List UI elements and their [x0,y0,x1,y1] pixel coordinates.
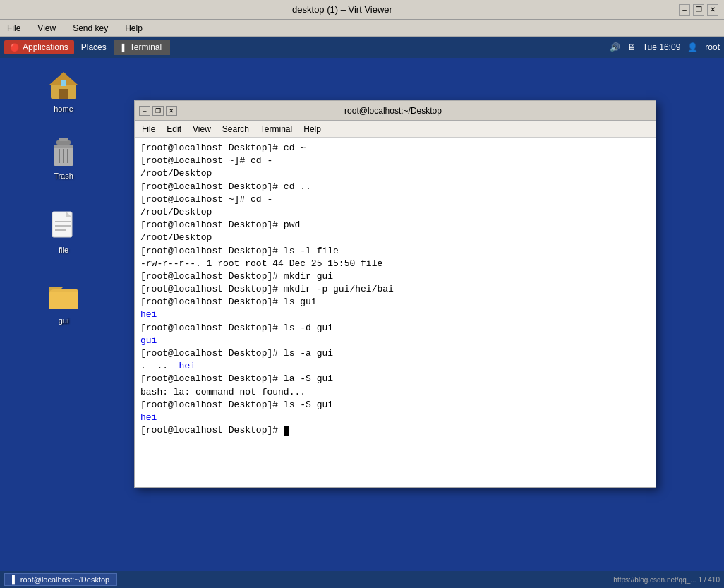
term-prompt-line: [root@localhost Desktop]# [140,424,650,437]
taskbar-right: https://blog.csdn.net/qq_... 1 / 410 [613,576,720,584]
host-menu-file[interactable]: File [3,22,25,35]
applications-button[interactable]: 🔴 Applications [4,40,74,54]
terminal-title-bar: – ❐ ✕ root@localhost:~/Desktop [135,101,656,121]
username: root [705,42,720,52]
terminal-menu-file[interactable]: File [138,123,159,136]
user-icon[interactable]: 👤 [687,42,698,52]
term-line-14: hei [140,308,650,321]
desktop-icon-trash[interactable]: Trash [35,132,92,183]
svg-rect-2 [59,89,68,99]
desktop-icon-gui[interactable]: gui [35,277,92,328]
term-line-7: [root@localhost Desktop]# pwd [140,219,650,232]
term-line-11: [root@localhost Desktop]# mkdir gui [140,270,650,283]
term-line-13: [root@localhost Desktop]# ls gui [140,296,650,308]
term-line-2: [root@localhost ~]# cd - [140,155,650,167]
gui-icon-label: gui [59,316,69,325]
title-bar: desktop (1) – Virt Viewer – ❐ ✕ [0,0,724,20]
terminal-menu-help[interactable]: Help [299,123,325,136]
term-line-8: /root/Desktop [140,232,650,244]
term-line-6: /root/Desktop [140,206,650,219]
home-icon-label: home [54,104,73,113]
desktop: home Trash file [0,58,724,571]
places-button[interactable]: Places [76,40,112,54]
terminal-menu-terminal[interactable]: Terminal [256,123,296,136]
gnome-right-items: 🔊 🖥 Tue 16:09 👤 root [610,42,720,52]
term-line-3: /root/Desktop [140,167,650,180]
terminal-body[interactable]: [root@localhost Desktop]# cd ~ [root@loc… [135,138,656,487]
volume-icon[interactable]: 🔊 [610,42,620,52]
display-icon[interactable]: 🖥 [627,42,636,52]
places-label: Places [81,42,107,52]
term-line-20: bash: la: command not found... [140,386,650,399]
terminal-restore-button[interactable]: ❐ [152,106,164,116]
trash-icon-label: Trash [54,172,73,180]
window-controls: – ❐ ✕ [679,4,718,16]
minimize-button[interactable]: – [679,4,690,16]
term-line-5: [root@localhost ~]# cd - [140,193,650,206]
term-line-22: hei [140,412,650,424]
terminal-menu-edit[interactable]: Edit [162,123,186,136]
window-title: desktop (1) – Virt Viewer [6,4,679,15]
term-line-19: [root@localhost Desktop]# la -S gui [140,373,650,385]
terminal-title: root@localhost:~/Desktop [177,106,609,116]
taskbar: ▌ root@localhost:~/Desktop https://blog.… [0,571,724,588]
term-line-1: [root@localhost Desktop]# cd ~ [140,142,650,155]
taskbar-left: ▌ root@localhost:~/Desktop [4,573,117,586]
term-line-17: [root@localhost Desktop]# ls -a gui [140,347,650,360]
term-line-10: -rw-r--r--. 1 root root 44 Dec 25 15:50 … [140,258,650,270]
taskbar-terminal-icon: ▌ [12,575,18,584]
file-icon [47,209,80,243]
term-line-21: [root@localhost Desktop]# ls -S gui [140,399,650,412]
terminal-close-button[interactable]: ✕ [166,106,177,116]
terminal-controls: – ❐ ✕ [139,106,177,116]
gui-icon [47,280,80,313]
gnome-top-bar: 🔴 Applications Places ▌ Terminal 🔊 🖥 Tue… [0,37,724,58]
clock: Tue 16:09 [643,42,681,52]
svg-rect-18 [49,292,78,309]
terminal-menu-view[interactable]: View [188,123,215,136]
term-line-18: . .. hei [140,360,650,373]
trash-icon [47,135,80,169]
taskbar-terminal-label: root@localhost:~/Desktop [20,575,109,584]
taskbar-watermark: https://blog.csdn.net/qq_... 1 / 410 [613,576,720,584]
applications-label: Applications [23,42,68,52]
host-menu-bar: File View Send key Help [0,20,724,37]
term-line-12: [root@localhost Desktop]# mkdir -p gui/h… [140,283,650,296]
desktop-icon-home[interactable]: home [35,65,92,116]
terminal-menu-search[interactable]: Search [218,123,253,136]
desktop-icon-file[interactable]: file [35,206,92,257]
file-icon-label: file [59,246,68,254]
terminal-window: – ❐ ✕ root@localhost:~/Desktop File Edit… [134,100,656,488]
home-icon [47,68,80,102]
term-line-16: gui [140,335,650,347]
terminal-menu-bar: File Edit View Search Terminal Help [135,121,656,138]
terminal-tab-label: Terminal [130,42,162,52]
close-button[interactable]: ✕ [707,4,718,16]
terminal-minimize-button[interactable]: – [139,106,150,116]
host-menu-sendkey[interactable]: Send key [68,22,112,35]
svg-rect-7 [59,138,68,141]
restore-button[interactable]: ❐ [693,4,704,16]
host-menu-view[interactable]: View [33,22,60,35]
svg-rect-3 [61,80,66,86]
svg-rect-5 [54,145,73,148]
term-line-9: [root@localhost Desktop]# ls -l file [140,245,650,258]
gnome-left-items: 🔴 Applications Places ▌ Terminal [4,40,170,55]
terminal-cursor [284,426,289,436]
taskbar-item-terminal[interactable]: ▌ root@localhost:~/Desktop [4,573,117,586]
term-line-4: [root@localhost Desktop]# cd .. [140,181,650,193]
term-line-15: [root@localhost Desktop]# ls -d gui [140,322,650,335]
host-menu-help[interactable]: Help [121,22,147,35]
terminal-tab[interactable]: ▌ Terminal [114,40,170,55]
